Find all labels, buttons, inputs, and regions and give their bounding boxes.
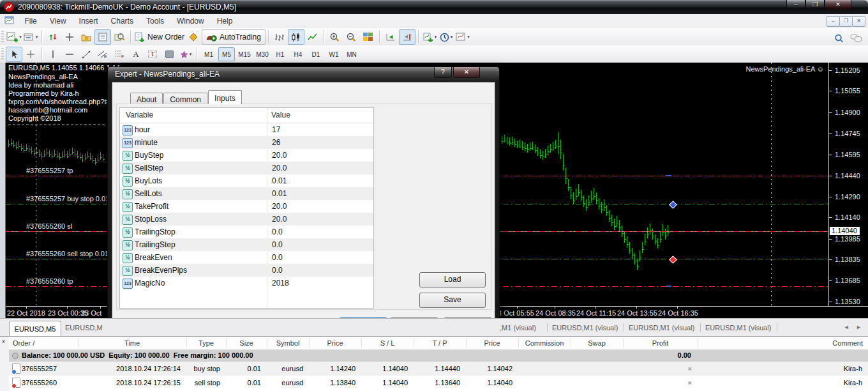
timeframe-h1[interactable]: H1 xyxy=(272,47,288,61)
input-row[interactable]: ½BuyLots0.01 xyxy=(120,174,373,187)
input-row[interactable]: ½StopLoss20.0 xyxy=(120,213,373,226)
param-value[interactable]: 17 xyxy=(272,125,280,134)
shapes-button[interactable] xyxy=(161,47,177,62)
input-row[interactable]: ½TrailingStop0.0 xyxy=(120,226,373,238)
dialog-tab-inputs[interactable]: Inputs xyxy=(208,90,242,104)
terminal-column-time[interactable]: Time xyxy=(78,339,186,347)
param-value[interactable]: 0.0 xyxy=(272,240,283,249)
child-restore-button[interactable]: ❒ xyxy=(839,16,853,27)
strategy-tester-button[interactable] xyxy=(111,29,128,45)
chart-tab[interactable]: ,M1 (visual) xyxy=(500,324,536,332)
menu-charts[interactable]: Charts xyxy=(105,14,140,26)
tab-scroll-arrows[interactable]: ◄ ► xyxy=(844,324,864,330)
param-value[interactable]: 20.0 xyxy=(272,164,287,172)
menu-file[interactable]: File xyxy=(18,14,43,26)
cursor-button[interactable] xyxy=(6,47,22,62)
close-button[interactable]: ✕ xyxy=(825,0,851,10)
data-window-button[interactable] xyxy=(61,29,78,45)
input-row[interactable]: 123hour17 xyxy=(120,123,373,136)
templates-button[interactable]: ▾ xyxy=(454,29,471,45)
price-axis[interactable]: 1.152051.150551.149001.147451.145951.144… xyxy=(828,63,868,306)
chart-tab[interactable]: EURUSD,M1 (visual) xyxy=(629,324,694,332)
navigator-button[interactable] xyxy=(78,29,94,45)
new-order-button[interactable]: New Order xyxy=(133,29,185,45)
channel-button[interactable]: E xyxy=(94,47,111,62)
child-close-button[interactable]: ✕ xyxy=(852,16,865,27)
periods-button[interactable]: ▾ xyxy=(438,29,454,45)
menu-help[interactable]: Help xyxy=(211,14,239,26)
zoom-out-button[interactable] xyxy=(343,29,360,45)
input-row[interactable]: ½SellStep20.0 xyxy=(120,162,373,174)
child-minimize-button[interactable]: – xyxy=(827,16,840,27)
auto-scroll-button[interactable] xyxy=(382,29,399,45)
chart-window-icon[interactable] xyxy=(4,16,14,25)
metaeditor-button[interactable] xyxy=(185,29,202,45)
toolbar-grip[interactable] xyxy=(1,31,4,42)
chart-tab[interactable]: EURUSD,M xyxy=(65,324,103,332)
terminal-column-comment[interactable]: Comment xyxy=(698,339,863,347)
terminal-column-tp[interactable]: T / P xyxy=(414,339,466,347)
order-row[interactable]: 3765552602018.10.24 17:26:15sell stop0.0… xyxy=(9,376,868,390)
input-row[interactable]: 123minute26 xyxy=(120,136,373,149)
search-button[interactable] xyxy=(831,31,848,46)
chart-tab[interactable]: EURUSD,M1 (visual) xyxy=(552,324,618,332)
column-value[interactable]: Value xyxy=(271,111,290,119)
horizontal-line-button[interactable] xyxy=(61,47,78,62)
param-value[interactable]: 20.0 xyxy=(272,215,287,224)
dropdown-arrow-icon[interactable]: ▾ xyxy=(19,34,22,40)
timeframe-d1[interactable]: D1 xyxy=(308,47,324,61)
input-row[interactable]: ½SellLots0.01 xyxy=(120,187,373,200)
input-row[interactable]: ½TakeProfit20.0 xyxy=(120,200,373,213)
chat-button[interactable] xyxy=(848,31,864,46)
trendline-button[interactable] xyxy=(78,47,94,62)
menu-tools[interactable]: Tools xyxy=(140,14,170,26)
input-row[interactable]: 123MagicNo2018 xyxy=(120,277,373,289)
input-row[interactable]: ½BuyStep20.0 xyxy=(120,149,373,162)
terminal-column-price[interactable]: Price xyxy=(466,339,518,347)
terminal-column-order[interactable]: Order / xyxy=(13,339,34,347)
dropdown-arrow-icon[interactable]: ▾ xyxy=(36,34,38,40)
market-watch-button[interactable] xyxy=(45,29,61,45)
dropdown-arrow-icon[interactable]: ▾ xyxy=(467,34,470,40)
chart-candles-button[interactable] xyxy=(288,29,304,45)
input-row[interactable]: ½BreakEven0.0 xyxy=(120,251,373,264)
terminal-column-commission[interactable]: Commission xyxy=(518,339,571,347)
order-row[interactable]: 3765552572018.10.24 17:26:14buy stop0.01… xyxy=(9,362,868,376)
dropdown-arrow-icon[interactable]: ▾ xyxy=(190,52,192,57)
chart-line-button[interactable] xyxy=(304,29,321,45)
indicators-button[interactable]: ▾ xyxy=(421,29,438,45)
vertical-line-button[interactable] xyxy=(45,47,61,62)
dropdown-arrow-icon[interactable]: ▾ xyxy=(451,34,453,40)
timeframe-m15[interactable]: M15 xyxy=(236,47,253,61)
param-value[interactable]: 0.01 xyxy=(272,189,287,198)
terminal-column-sl[interactable]: S / L xyxy=(361,339,414,347)
load-button[interactable]: Load xyxy=(419,272,486,288)
minimize-button[interactable]: – xyxy=(786,0,805,10)
delete-order-icon[interactable]: × xyxy=(623,365,692,372)
fibonacci-button[interactable]: F xyxy=(111,47,128,62)
timeframe-w1[interactable]: W1 xyxy=(326,47,342,61)
text-label-button[interactable]: T xyxy=(144,47,161,62)
param-value[interactable]: 0.01 xyxy=(272,176,287,185)
input-row[interactable]: ½TrailingStep0.0 xyxy=(120,238,373,251)
arrows-button[interactable]: ▾ xyxy=(177,47,194,62)
param-value[interactable]: 26 xyxy=(272,138,280,147)
toolbar-grip[interactable] xyxy=(1,48,4,59)
dialog-help-button[interactable]: ? xyxy=(434,67,452,78)
text-button[interactable]: A xyxy=(128,47,144,62)
dialog-close-button[interactable]: ✕ xyxy=(453,67,480,78)
input-row[interactable]: ½BreakEvenPips0.0 xyxy=(120,264,373,277)
terminal-column-price[interactable]: Price xyxy=(309,339,361,347)
dropdown-arrow-icon[interactable]: ▾ xyxy=(435,34,437,40)
chart-tab-active[interactable]: EURUSD,M5 xyxy=(9,321,61,337)
tile-windows-button[interactable] xyxy=(360,29,377,45)
restore-button[interactable]: ❒ xyxy=(805,0,825,10)
param-value[interactable]: 0.0 xyxy=(272,227,283,236)
menu-view[interactable]: View xyxy=(43,14,73,26)
terminal-button[interactable] xyxy=(94,29,111,45)
timeframe-mn[interactable]: MN xyxy=(343,47,360,61)
zoom-in-button[interactable] xyxy=(327,29,343,45)
delete-order-icon[interactable]: × xyxy=(623,379,692,387)
param-value[interactable]: 0.0 xyxy=(272,266,283,275)
column-variable[interactable]: Variable xyxy=(126,111,153,119)
